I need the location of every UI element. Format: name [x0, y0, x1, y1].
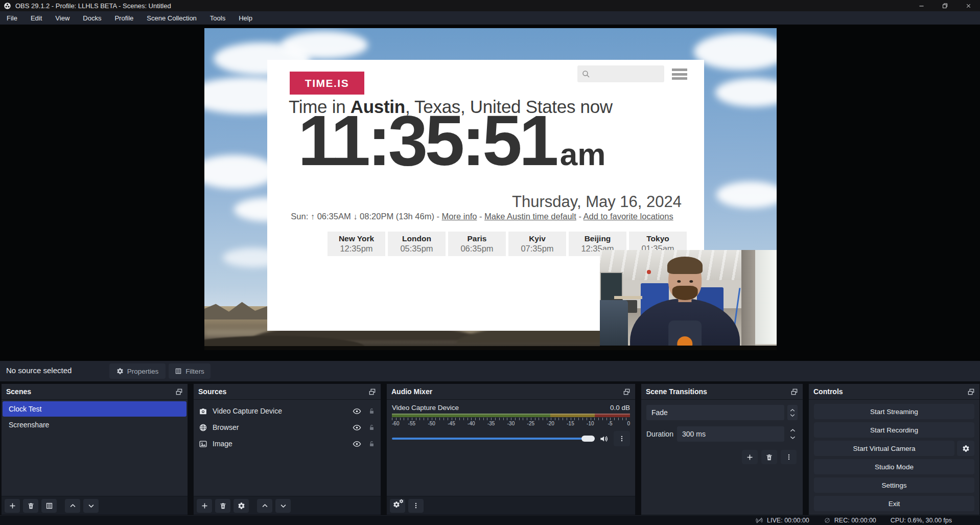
source-item-browser[interactable]: Browser	[194, 420, 381, 435]
menu-docks[interactable]: Docks	[76, 11, 108, 25]
properties-button[interactable]: Properties	[109, 363, 166, 379]
start-streaming-button[interactable]: Start Streaming	[814, 404, 974, 419]
webcam-overlay	[600, 250, 777, 350]
source-properties-button[interactable]	[234, 499, 249, 513]
cloud	[694, 33, 777, 70]
chevron-down-icon	[790, 414, 795, 417]
chevron-up-icon	[69, 502, 77, 510]
trash-icon	[765, 453, 773, 461]
remove-scene-button[interactable]	[23, 499, 38, 513]
start-virtual-camera-button[interactable]: Start Virtual Camera	[814, 441, 954, 456]
settings-button[interactable]: Settings	[814, 477, 974, 493]
menu-help[interactable]: Help	[232, 11, 259, 25]
window-title: OBS 29.1.2 - Profile: LLHLS BETA - Scene…	[15, 2, 171, 10]
kebab-menu-icon	[618, 435, 625, 442]
add-source-button[interactable]	[197, 499, 212, 513]
make-default-link: Make Austin time default	[484, 212, 576, 221]
exit-button[interactable]: Exit	[814, 496, 974, 511]
gear-icon	[116, 368, 124, 375]
menu-tools[interactable]: Tools	[203, 11, 232, 25]
more-info-link: More info	[442, 212, 477, 221]
volume-slider[interactable]	[392, 438, 595, 440]
rec-time: REC: 00:00:00	[834, 517, 876, 524]
mixer-gears-icon	[393, 501, 402, 510]
popout-icon[interactable]	[967, 388, 975, 396]
clock-time: 11:35:51	[298, 105, 556, 176]
scenes-dock-title: Scenes	[6, 387, 31, 396]
preview-area: TIME.IS Time in Austin, Texas, United St…	[0, 25, 980, 361]
hamburger-menu-icon	[672, 69, 687, 80]
mixer-menu-button[interactable]	[408, 499, 424, 513]
visibility-eye-icon[interactable]	[353, 423, 361, 432]
scene-item-clock-test[interactable]: Clock Test	[3, 401, 186, 417]
minimize-button[interactable]	[909, 0, 933, 11]
restore-icon	[942, 3, 948, 9]
popout-icon[interactable]	[368, 388, 376, 396]
scenes-dock: Scenes Clock Test Screenshare	[1, 383, 188, 515]
move-source-up-button[interactable]	[257, 499, 272, 513]
record-disc-icon	[824, 517, 831, 524]
restore-button[interactable]	[933, 0, 956, 11]
menu-file[interactable]: File	[0, 11, 24, 25]
obs-window: OBS 29.1.2 - Profile: LLHLS BETA - Scene…	[0, 0, 980, 525]
close-button[interactable]	[956, 0, 980, 11]
mixer-channel-name: Video Capture Device	[392, 404, 459, 412]
filters-button[interactable]: Filters	[169, 363, 211, 379]
speaker-icon[interactable]	[599, 434, 609, 444]
popout-icon[interactable]	[175, 388, 183, 396]
visibility-eye-icon[interactable]	[353, 440, 361, 448]
status-bar: LIVE: 00:00:00 REC: 00:00:00 CPU: 0.6%, …	[0, 515, 980, 525]
minimize-icon	[918, 3, 925, 9]
menu-edit[interactable]: Edit	[24, 11, 49, 25]
virtual-camera-config-button[interactable]	[957, 441, 974, 456]
menu-view[interactable]: View	[49, 11, 76, 25]
stream-signal-icon	[755, 516, 763, 524]
duration-input[interactable]: 300 ms	[677, 426, 784, 442]
move-source-down-button[interactable]	[275, 499, 291, 513]
remove-transition-button[interactable]	[761, 450, 777, 464]
add-favorite-link: Add to favorite locations	[584, 212, 673, 221]
menu-scene-collection[interactable]: Scene Collection	[140, 11, 203, 25]
timeis-search-box	[577, 65, 664, 82]
popout-icon[interactable]	[790, 388, 798, 396]
unlock-icon[interactable]	[368, 424, 376, 431]
move-scene-up-button[interactable]	[65, 499, 80, 513]
add-transition-button[interactable]	[742, 450, 758, 464]
spin-down-icon[interactable]	[790, 436, 796, 440]
scene-item-screenshare[interactable]: Screenshare	[3, 417, 186, 432]
transitions-dock-title: Scene Transitions	[646, 387, 707, 396]
trash-icon	[27, 502, 35, 510]
popout-icon[interactable]	[623, 388, 631, 396]
mixer-settings-button[interactable]	[390, 499, 405, 513]
gear-icon	[962, 445, 970, 452]
cloud	[204, 155, 276, 189]
remove-source-button[interactable]	[215, 499, 230, 513]
transition-select[interactable]: Fade	[646, 405, 784, 420]
titlebar: OBS 29.1.2 - Profile: LLHLS BETA - Scene…	[0, 0, 980, 11]
spin-up-icon[interactable]	[790, 428, 796, 432]
transition-menu-button[interactable]	[781, 450, 797, 464]
scene-filters-button[interactable]	[41, 499, 57, 513]
cloud	[715, 78, 777, 107]
transition-select-arrows[interactable]	[787, 405, 798, 420]
audio-tick-labels: -60-55-50-45-40-35-30-25-20-15-10-50	[392, 420, 630, 427]
window-controls	[909, 0, 980, 11]
source-item-image[interactable]: Image	[194, 436, 381, 451]
move-scene-down-button[interactable]	[83, 499, 99, 513]
source-toolbar: No source selected Properties Filters	[0, 361, 980, 381]
controls-dock: Controls Start Streaming Start Recording…	[808, 383, 980, 515]
unlock-icon[interactable]	[368, 407, 376, 415]
visibility-eye-icon[interactable]	[353, 407, 361, 416]
unlock-icon[interactable]	[368, 440, 376, 448]
program-canvas[interactable]: TIME.IS Time in Austin, Texas, United St…	[204, 28, 777, 350]
live-time: LIVE: 00:00:00	[767, 517, 809, 524]
menu-profile[interactable]: Profile	[108, 11, 140, 25]
add-scene-button[interactable]	[5, 499, 20, 513]
mixer-channel-menu-button[interactable]	[614, 431, 630, 446]
volume-slider-handle[interactable]	[581, 436, 595, 442]
webcam-person	[630, 262, 740, 346]
start-recording-button[interactable]: Start Recording	[814, 422, 974, 438]
close-icon	[965, 3, 972, 9]
source-item-video-capture[interactable]: Video Capture Device	[194, 403, 381, 419]
studio-mode-button[interactable]: Studio Mode	[814, 459, 974, 474]
